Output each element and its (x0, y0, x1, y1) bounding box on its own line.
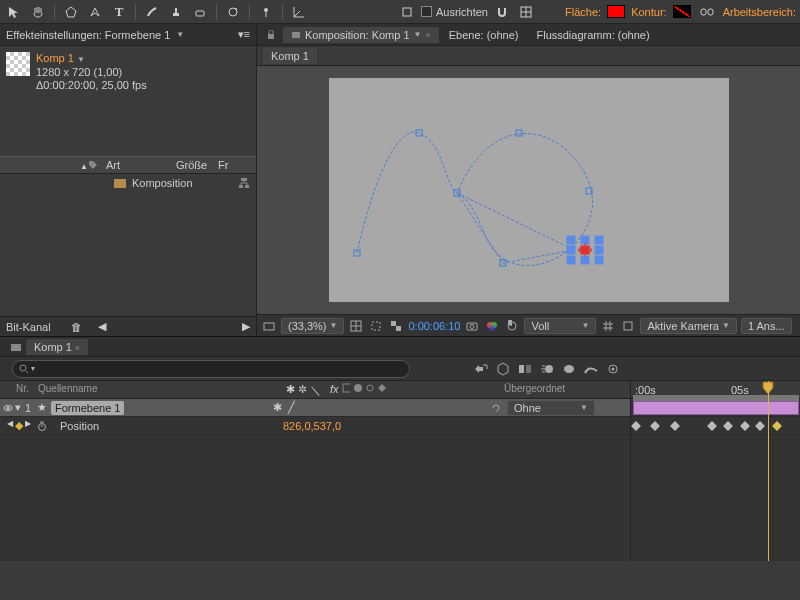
layer-track[interactable] (631, 399, 800, 417)
subtab-comp[interactable]: Komp 1 (263, 48, 317, 64)
layer-row[interactable]: ▾ 1 ★ Formebene 1 ✱ ╱ Ohne▼ (0, 399, 630, 417)
col-type[interactable]: Art (102, 159, 172, 171)
guides-icon[interactable] (620, 318, 636, 334)
path-vertex[interactable] (515, 130, 522, 137)
panel-menu-icon[interactable]: ▾≡ (238, 28, 250, 41)
pickwhip-icon[interactable] (491, 403, 501, 413)
keyframe[interactable] (772, 421, 782, 431)
eraser-tool-icon[interactable] (190, 2, 210, 22)
effects-tab[interactable]: Effekteinstellungen: Formebene 1 (6, 29, 170, 41)
brush-tool-icon[interactable] (142, 2, 162, 22)
comp-dropdown-icon[interactable]: ▼ (77, 55, 85, 64)
tab-dropdown-icon[interactable]: ▼ (176, 30, 184, 39)
tab-composition[interactable]: Komposition: Komp 1 ▼ × (283, 27, 439, 43)
scroll-left-icon[interactable]: ◀ (98, 320, 106, 333)
keyframe[interactable] (707, 421, 717, 431)
brain-icon[interactable] (560, 360, 578, 378)
shape-tool-icon[interactable] (61, 2, 81, 22)
transparency-icon[interactable] (388, 318, 404, 334)
sort-icon[interactable]: ▲ (80, 162, 88, 171)
keyframe[interactable] (740, 421, 750, 431)
property-row[interactable]: ◀ ◆ ▶ Position 826,0,537,0 (0, 417, 630, 435)
lock-icon[interactable] (261, 25, 281, 45)
views-dropdown[interactable]: 1 Ans... (741, 318, 792, 334)
comp-name[interactable]: Komp 1 (36, 52, 74, 64)
keyframe[interactable] (670, 421, 680, 431)
hand-tool-icon[interactable] (28, 2, 48, 22)
render-queue-icon[interactable] (6, 337, 26, 357)
timeline-tracks[interactable]: :00s 05s (630, 381, 800, 561)
comp-flowchart-icon[interactable] (472, 360, 490, 378)
stroke-swatch[interactable] (673, 5, 691, 18)
tag-icon[interactable] (88, 160, 98, 170)
camera-dropdown[interactable]: Aktive Kamera▼ (640, 318, 736, 334)
path-vertex[interactable] (499, 260, 506, 267)
col-parent[interactable]: Übergeordnet (500, 381, 569, 398)
col-fr[interactable]: Fr (214, 159, 232, 171)
keyframe[interactable] (755, 421, 765, 431)
resolution-icon[interactable] (348, 318, 364, 334)
parent-dropdown[interactable]: Ohne▼ (507, 400, 595, 416)
path-vertex[interactable] (353, 250, 360, 257)
zoom-dropdown[interactable]: (33,3%)▼ (281, 318, 344, 334)
composition-viewer[interactable] (257, 66, 800, 314)
flowchart-icon[interactable] (238, 177, 250, 189)
always-preview-icon[interactable] (261, 318, 277, 334)
link-icon[interactable] (697, 2, 717, 22)
col-size[interactable]: Größe (172, 159, 214, 171)
col-nr[interactable]: Nr. (12, 381, 34, 398)
snap-icon[interactable] (397, 2, 417, 22)
col-source[interactable]: Quellenname (34, 381, 282, 398)
graph-editor-icon[interactable] (582, 360, 600, 378)
path-vertex[interactable] (585, 188, 592, 195)
selection-handle[interactable] (566, 236, 575, 245)
keyframe[interactable] (723, 421, 733, 431)
magnet-icon[interactable] (492, 2, 512, 22)
selection-handle[interactable] (594, 256, 603, 265)
timecode[interactable]: 0:00:06:10 (408, 320, 460, 332)
axis-tool-icon[interactable] (289, 2, 309, 22)
motion-blur-icon[interactable] (538, 360, 556, 378)
playhead-line[interactable] (768, 381, 769, 561)
fill-swatch[interactable] (607, 5, 625, 18)
align-checkbox[interactable] (421, 6, 432, 17)
trash-icon[interactable]: 🗑 (71, 321, 82, 333)
text-tool-icon[interactable]: T (109, 2, 129, 22)
scroll-right-icon[interactable]: ▶ (242, 320, 250, 333)
project-list-row[interactable]: Komposition (0, 174, 256, 192)
property-name[interactable]: Position (48, 420, 280, 432)
keyframe-track[interactable] (631, 417, 800, 435)
tab-flowchart[interactable]: Flussdiagramm: (ohne) (528, 27, 657, 43)
kf-toggle-icon[interactable]: ◆ (15, 419, 23, 432)
selection-handle[interactable] (594, 236, 603, 245)
comp-thumbnail[interactable] (6, 52, 30, 76)
stamp-tool-icon[interactable] (166, 2, 186, 22)
time-ruler[interactable]: :00s 05s (631, 381, 800, 399)
grid-snap-icon[interactable] (516, 2, 536, 22)
rotobrush-tool-icon[interactable] (223, 2, 243, 22)
timeline-tab[interactable]: Komp 1 × (26, 339, 88, 355)
view-layout-icon[interactable] (600, 318, 616, 334)
resolution-dropdown[interactable]: Voll▼ (524, 318, 596, 334)
keyframe[interactable] (631, 421, 641, 431)
frame-blend-icon[interactable] (516, 360, 534, 378)
stopwatch-icon[interactable] (37, 421, 47, 431)
selection-handle[interactable] (566, 256, 575, 265)
keyframe[interactable] (650, 421, 660, 431)
path-vertex[interactable] (453, 190, 460, 197)
roi-icon[interactable] (368, 318, 384, 334)
snapshot-icon[interactable] (464, 318, 480, 334)
selection-handle[interactable] (566, 246, 575, 255)
comp-canvas[interactable] (329, 78, 729, 302)
selection-tool-icon[interactable] (4, 2, 24, 22)
layer-name[interactable]: Formebene 1 (51, 401, 124, 415)
selection-handle[interactable] (594, 246, 603, 255)
pin-tool-icon[interactable] (256, 2, 276, 22)
search-caret-icon[interactable]: ▾ (31, 364, 35, 373)
bit-depth[interactable]: Bit-Kanal (6, 321, 51, 333)
prev-kf-icon[interactable]: ◀ (7, 419, 13, 432)
layer-clip[interactable] (633, 401, 799, 415)
twirl-icon[interactable]: ▾ (12, 401, 22, 414)
channel-icon[interactable] (484, 318, 500, 334)
pen-tool-icon[interactable] (85, 2, 105, 22)
